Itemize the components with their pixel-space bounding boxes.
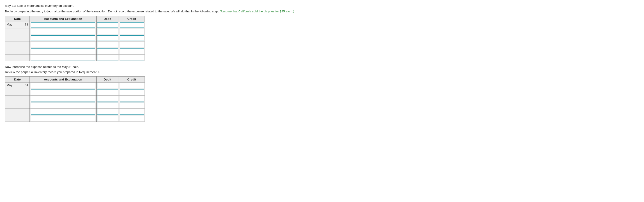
debit-input-2-1[interactable]: [97, 83, 118, 88]
debit-input-1-4[interactable]: [97, 42, 118, 47]
debit-input-2-6[interactable]: [97, 116, 118, 121]
credit-input-1-5[interactable]: [120, 48, 144, 54]
acct-input-2-2[interactable]: [31, 90, 95, 95]
debit-cell-row5-1: [96, 48, 119, 54]
header-accounts-2: Accounts and Explanation: [30, 77, 96, 82]
journal-table-2: Date Accounts and Explanation Debit Cred…: [5, 76, 145, 122]
debit-cell-row3-1: [96, 35, 119, 42]
debit-cell-2-row1: [96, 82, 119, 89]
debit-cell-row6-1: [96, 54, 119, 61]
header-debit-1: Debit: [96, 16, 119, 22]
debit-cell-row1-1: [96, 22, 119, 28]
table-row: May 31: [5, 22, 145, 28]
acct-input-2-6[interactable]: [31, 116, 95, 121]
date-cell-2-blank-3: [5, 102, 30, 109]
credit-cell-2-row6: [119, 115, 145, 122]
debit-input-1-5[interactable]: [97, 48, 118, 54]
credit-input-1-3[interactable]: [120, 36, 144, 41]
credit-input-2-6[interactable]: [120, 116, 144, 121]
credit-input-2-5[interactable]: [120, 109, 144, 114]
debit-cell-2-row4: [96, 102, 119, 109]
instruction-text: Begin by preparing the entry to journali…: [5, 10, 219, 13]
date-month-2: May: [6, 84, 12, 87]
assumption-text: (Assume that California sold the bicycle…: [220, 10, 294, 13]
debit-input-2-5[interactable]: [97, 109, 118, 114]
acct-cell-2-row6: [30, 115, 96, 122]
acct-cell-2-row4: [30, 102, 96, 109]
intro-line1: May 31: Sale of merchandise inventory on…: [5, 4, 639, 8]
table-row: May 31: [5, 82, 145, 89]
credit-cell-2-row3: [119, 96, 145, 102]
acct-input-1-6[interactable]: [31, 55, 95, 60]
debit-input-1-3[interactable]: [97, 36, 118, 41]
acct-cell-row4-1: [30, 42, 96, 48]
acct-input-2-5[interactable]: [31, 109, 95, 114]
credit-input-1-1[interactable]: [120, 22, 144, 28]
header-date-1: Date: [5, 16, 30, 22]
table-row: [5, 89, 145, 96]
credit-cell-row4-1: [119, 42, 145, 48]
date-cell-1: May 31: [5, 22, 30, 28]
credit-cell-row5-1: [119, 48, 145, 54]
credit-input-2-1[interactable]: [120, 83, 144, 88]
acct-input-1-4[interactable]: [31, 42, 95, 47]
header-credit-1: Credit: [119, 16, 145, 22]
header-debit-2: Debit: [96, 77, 119, 82]
acct-input-1-5[interactable]: [31, 48, 95, 54]
debit-input-1-2[interactable]: [97, 29, 118, 34]
journal-table-1: Date Accounts and Explanation Debit Cred…: [5, 16, 145, 61]
debit-cell-2-row2: [96, 89, 119, 96]
date-cell-2-blank-5: [5, 115, 30, 122]
credit-input-1-4[interactable]: [120, 42, 144, 47]
credit-input-2-3[interactable]: [120, 96, 144, 102]
debit-cell-2-row5: [96, 109, 119, 115]
credit-cell-row6-1: [119, 54, 145, 61]
credit-input-2-4[interactable]: [120, 102, 144, 108]
credit-input-2-2[interactable]: [120, 90, 144, 95]
acct-input-1-1[interactable]: [31, 22, 95, 28]
between-line1: Now journalize the expense related to th…: [5, 65, 639, 68]
acct-input-2-3[interactable]: [31, 96, 95, 102]
acct-cell-row5-1: [30, 48, 96, 54]
between-line2: Review the perpetual inventory record yo…: [5, 70, 639, 74]
acct-cell-2-row3: [30, 96, 96, 102]
debit-input-1-6[interactable]: [97, 55, 118, 60]
table-row: [5, 42, 145, 48]
date-cell-2-blank-1: [5, 89, 30, 96]
credit-cell-2-row5: [119, 109, 145, 115]
date-cell-2-blank-2: [5, 96, 30, 102]
date-month-1: May: [6, 23, 12, 26]
table-row: [5, 96, 145, 102]
acct-cell-2-row5: [30, 109, 96, 115]
credit-cell-2-row1: [119, 82, 145, 89]
date-cell-2-blank-4: [5, 109, 30, 115]
header-date-2: Date: [5, 77, 30, 82]
debit-cell-2-row3: [96, 96, 119, 102]
acct-cell-row3-1: [30, 35, 96, 42]
acct-cell-row6-1: [30, 54, 96, 61]
header-accounts-1: Accounts and Explanation: [30, 16, 96, 22]
date-day-2: 31: [25, 84, 28, 87]
debit-input-2-3[interactable]: [97, 96, 118, 102]
acct-input-2-1[interactable]: [31, 83, 95, 88]
debit-cell-row4-1: [96, 42, 119, 48]
acct-input-2-4[interactable]: [31, 102, 95, 108]
debit-input-2-4[interactable]: [97, 102, 118, 108]
table-row: [5, 28, 145, 35]
acct-input-1-3[interactable]: [31, 36, 95, 41]
debit-input-1-1[interactable]: [97, 22, 118, 28]
header-credit-2: Credit: [119, 77, 145, 82]
date-cell-2-1: May 31: [5, 82, 30, 89]
table-row: [5, 109, 145, 115]
date-cell-blank-5: [5, 54, 30, 61]
credit-cell-2-row2: [119, 89, 145, 96]
date-cell-blank-1: [5, 28, 30, 35]
debit-cell-row2-1: [96, 28, 119, 35]
acct-cell-row1-1: [30, 22, 96, 28]
debit-input-2-2[interactable]: [97, 90, 118, 95]
credit-cell-2-row4: [119, 102, 145, 109]
acct-input-1-2[interactable]: [31, 29, 95, 34]
credit-input-1-6[interactable]: [120, 55, 144, 60]
credit-input-1-2[interactable]: [120, 29, 144, 34]
credit-cell-row1-1: [119, 22, 145, 28]
